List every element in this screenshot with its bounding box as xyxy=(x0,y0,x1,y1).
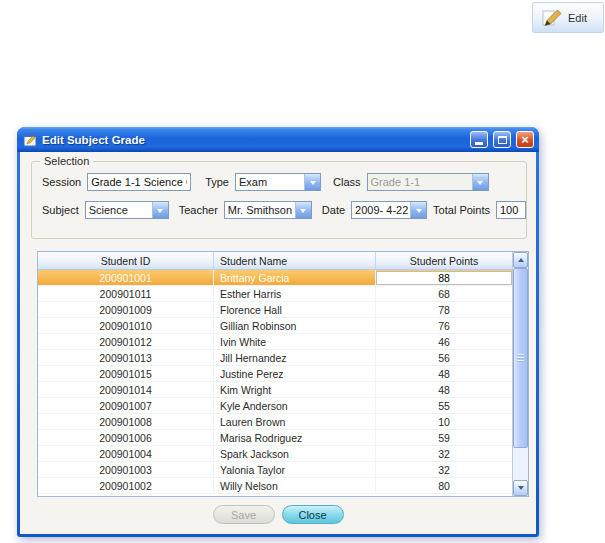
scrollbar-grip xyxy=(517,354,524,362)
table-row[interactable]: 200901006 Marisa Rodriguez 59 xyxy=(38,430,512,446)
scroll-up-button[interactable] xyxy=(513,252,528,268)
table-row[interactable]: 200901004 Spark Jackson 32 xyxy=(38,446,512,462)
column-header-student-id[interactable]: Student ID xyxy=(38,252,214,269)
maximize-icon xyxy=(498,136,507,144)
type-dropdown-arrow-icon[interactable] xyxy=(304,174,320,190)
class-label: Class xyxy=(333,176,361,188)
minimize-button[interactable] xyxy=(470,131,488,148)
student-id-cell: 200901008 xyxy=(38,414,214,429)
student-points-cell: 76 xyxy=(376,318,512,333)
students-table: Student ID Student Name Student Points 2… xyxy=(37,251,529,497)
column-header-student-points[interactable]: Student Points xyxy=(376,252,512,269)
type-value: Exam xyxy=(236,174,304,190)
student-id-cell: 200901009 xyxy=(38,302,214,317)
student-id-cell: 200901013 xyxy=(38,350,214,365)
teacher-combobox[interactable]: Mr. Smithson xyxy=(224,201,312,219)
window-titlebar[interactable]: Edit Subject Grade × xyxy=(17,127,539,152)
type-label: Type xyxy=(205,176,229,188)
close-button[interactable]: Close xyxy=(282,505,344,524)
total-points-label: Total Points xyxy=(433,204,490,216)
table-row[interactable]: 200901012 Ivin White 46 xyxy=(38,334,512,350)
student-name-cell: Gillian Robinson xyxy=(214,318,376,333)
window-icon xyxy=(23,133,37,147)
table-row[interactable]: 200901002 Willy Nelson 80 xyxy=(38,478,512,494)
subject-value: Science xyxy=(86,202,152,218)
table-row[interactable]: 200901015 Justine Perez 48 xyxy=(38,366,512,382)
scrollbar-thumb[interactable] xyxy=(513,268,528,448)
window-close-button[interactable]: × xyxy=(516,131,534,148)
student-id-cell: 200901011 xyxy=(38,286,214,301)
session-label: Session xyxy=(42,176,81,188)
table-row[interactable]: 200901010 Gillian Robinson 76 xyxy=(38,318,512,334)
total-points-input[interactable] xyxy=(496,201,526,219)
student-points-cell: 32 xyxy=(376,446,512,461)
student-id-cell: 200901003 xyxy=(38,462,214,477)
subject-field: Subject Science xyxy=(42,201,169,219)
table-row[interactable]: 200901008 Lauren Brown 10 xyxy=(38,414,512,430)
student-points-cell: 32 xyxy=(376,462,512,477)
dialog-footer: Save Close xyxy=(20,505,536,524)
table-body: 200901001 Brittany Garcia 88 200901011 E… xyxy=(38,270,512,494)
minimize-icon xyxy=(475,142,483,145)
table-row[interactable]: 200901001 Brittany Garcia 88 xyxy=(38,270,512,286)
class-dropdown-arrow-icon xyxy=(472,174,488,190)
student-id-cell: 200901012 xyxy=(38,334,214,349)
table-row[interactable]: 200901003 Yalonia Taylor 32 xyxy=(38,462,512,478)
subject-combobox[interactable]: Science xyxy=(85,201,169,219)
student-name-cell: Kim Wright xyxy=(214,382,376,397)
date-label: Date xyxy=(322,204,345,216)
student-points-cell: 78 xyxy=(376,302,512,317)
type-combobox[interactable]: Exam xyxy=(235,173,321,191)
date-dropdown-arrow-icon[interactable] xyxy=(410,202,426,218)
student-id-cell: 200901015 xyxy=(38,366,214,381)
save-button[interactable]: Save xyxy=(213,505,275,524)
table-row[interactable]: 200901009 Florence Hall 78 xyxy=(38,302,512,318)
edit-button-label: Edit xyxy=(568,12,587,24)
vertical-scrollbar[interactable] xyxy=(512,252,528,496)
selection-groupbox: Selection Session Type Exam Cla xyxy=(31,161,527,239)
student-id-cell: 200901006 xyxy=(38,430,214,445)
student-points-cell: 80 xyxy=(376,478,512,493)
class-combobox: Grade 1-1 xyxy=(367,173,489,191)
student-id-cell: 200901002 xyxy=(38,478,214,493)
table-row[interactable]: 200901011 Esther Harris 68 xyxy=(38,286,512,302)
subject-dropdown-arrow-icon[interactable] xyxy=(152,202,168,218)
student-points-cell: 88 xyxy=(376,270,512,285)
student-name-cell: Jill Hernandez xyxy=(214,350,376,365)
student-id-cell: 200901004 xyxy=(38,446,214,461)
class-value: Grade 1-1 xyxy=(368,174,472,190)
student-points-cell: 48 xyxy=(376,366,512,381)
student-id-cell: 200901014 xyxy=(38,382,214,397)
student-points-cell: 59 xyxy=(376,430,512,445)
student-name-cell: Lauren Brown xyxy=(214,414,376,429)
student-id-cell: 200901007 xyxy=(38,398,214,413)
student-points-cell: 56 xyxy=(376,350,512,365)
teacher-dropdown-arrow-icon[interactable] xyxy=(295,202,311,218)
edit-pencil-icon xyxy=(542,8,562,27)
session-input[interactable] xyxy=(87,173,191,191)
edit-toolbar-button[interactable]: Edit xyxy=(532,2,604,33)
date-picker[interactable]: 2009- 4-22 xyxy=(351,201,427,219)
subject-label: Subject xyxy=(42,204,79,216)
column-header-student-name[interactable]: Student Name xyxy=(214,252,376,269)
teacher-value: Mr. Smithson xyxy=(225,202,295,218)
form-row-1: Session Type Exam Class Grade 1-1 xyxy=(42,172,522,192)
table-row[interactable]: 200901013 Jill Hernandez 56 xyxy=(38,350,512,366)
student-points-cell: 48 xyxy=(376,382,512,397)
student-points-cell: 55 xyxy=(376,398,512,413)
table-row[interactable]: 200901014 Kim Wright 48 xyxy=(38,382,512,398)
selection-legend: Selection xyxy=(40,155,93,167)
student-points-cell: 10 xyxy=(376,414,512,429)
student-points-cell: 46 xyxy=(376,334,512,349)
maximize-button[interactable] xyxy=(493,131,511,148)
student-name-cell: Ivin White xyxy=(214,334,376,349)
table-header: Student ID Student Name Student Points xyxy=(38,252,512,270)
type-field: Type Exam xyxy=(205,173,321,191)
edit-subject-grade-window: Edit Subject Grade × Selection Session T… xyxy=(17,127,539,537)
table-row[interactable]: 200901007 Kyle Anderson 55 xyxy=(38,398,512,414)
date-field: Date 2009- 4-22 xyxy=(322,201,427,219)
student-id-cell: 200901010 xyxy=(38,318,214,333)
scroll-down-button[interactable] xyxy=(513,480,528,496)
points-inline-editor[interactable]: 88 xyxy=(376,271,512,285)
student-name-cell: Willy Nelson xyxy=(214,478,376,493)
